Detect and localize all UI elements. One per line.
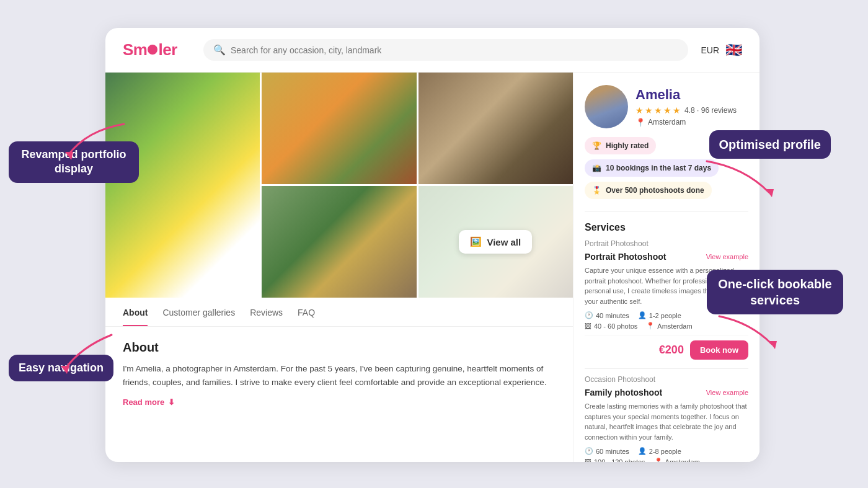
map-icon: 📍 [646,322,655,330]
read-more-label: Read more [123,397,164,407]
main-card: Smler 🔍 EUR 🇬🇧 [105,28,760,462]
camera-icon: 📸 [592,164,601,172]
service-footer-0: €200 Book now [585,335,748,360]
photographer-location: 📍 Amsterdam [636,118,737,127]
book-button-0[interactable]: Book now [690,340,748,360]
badge-text-0: Highly rated [606,141,649,150]
badge-photoshoots: 🎖️ Over 500 photoshoots done [585,182,712,199]
service-type-1: Occasion Photoshoot [585,375,748,384]
service-header-1: Family photoshoot View example [585,388,748,397]
tab-reviews[interactable]: Reviews [250,308,283,326]
callout-revamped: Revamped portfolio display [9,141,139,183]
trophy-icon: 🏆 [592,141,601,150]
photo-bottom-mid [262,186,416,298]
map-icon-1: 📍 [654,458,663,462]
service-people-0: 👤 1-2 people [638,311,681,319]
content-area: 🖼️ View all About Customer galleries Rev… [105,73,760,462]
service-name-1: Family photoshoot [585,388,662,397]
tab-about[interactable]: About [123,308,148,326]
about-body: I'm Amelia, a photographer in Amsterdam.… [123,362,556,389]
about-title: About [123,340,556,355]
service-name-0: Portrait Photoshoot [585,252,666,262]
view-example-link-0[interactable]: View example [706,253,748,260]
logo-dot [148,45,157,55]
search-input[interactable] [231,45,678,55]
callout-optimised: Optimised profile [709,130,831,159]
callout-easy-nav: Easy navigation [9,355,113,381]
location-pin-icon: 📍 [636,118,645,127]
service-meta-0b: 🖼 40 - 60 photos 📍 Amsterdam [585,322,748,330]
star-2: ★ [645,105,653,115]
services-title: Services [585,222,748,233]
view-all-label: View all [487,237,521,247]
service-meta-1b: 🖼 100 - 120 photos 📍 Amsterdam [585,458,748,462]
people-icon-1: 👤 [638,447,647,455]
badge-highly-rated: 🏆 Highly rated [585,137,656,154]
service-location-1: 📍 Amsterdam [654,458,700,462]
photo-icon-1: 🖼 [585,458,591,463]
star-4: ★ [663,105,671,115]
logo[interactable]: Smler [123,40,191,60]
star-1: ★ [636,105,644,115]
service-location-0: 📍 Amsterdam [646,322,692,330]
location-text: Amsterdam [648,118,686,126]
service-card-1: Occasion Photoshoot Family photoshoot Vi… [585,375,748,462]
star-3: ★ [654,105,662,115]
service-desc-1: Create lasting memories with a family ph… [585,401,748,442]
service-type-0: Portrait Photoshoot [585,239,748,248]
about-section: About I'm Amelia, a photographer in Amst… [105,327,573,420]
view-all-overlay[interactable]: 🖼️ View all [418,186,573,298]
rating-stars: ★ ★ ★ ★ ★ 4.8 · 96 reviews [636,105,737,115]
photo-large [105,73,260,298]
read-more-link[interactable]: Read more ⬇ [123,397,556,407]
gallery-icon: 🖼️ [470,236,482,247]
service-duration-1: 🕐 60 minutes [585,447,629,455]
badge-text-1: 10 bookings in the last 7 days [606,164,711,172]
service-price-0: €200 [659,344,684,357]
page-wrapper: Revamped portfolio display Optimised pro… [0,0,868,488]
photo-icon: 🖼 [585,322,591,330]
photographer-info: Amelia ★ ★ ★ ★ ★ 4.8 · 96 reviews [636,87,737,127]
medal-icon: 🎖️ [592,186,601,195]
avatar [585,85,628,128]
photo-grid: 🖼️ View all [105,73,573,298]
svg-marker-1 [766,189,774,197]
rating-value: 4.8 · 96 reviews [684,106,737,115]
search-icon: 🔍 [213,44,226,56]
language-flag[interactable]: 🇬🇧 [725,42,742,58]
badge-bookings: 📸 10 bookings in the last 7 days [585,159,719,177]
header-right: EUR 🇬🇧 [701,42,742,58]
photo-top-right [418,73,573,184]
people-icon: 👤 [638,311,647,319]
tab-faq[interactable]: FAQ [298,308,315,326]
callout-oneclick: One-click bookable services [707,270,843,314]
service-duration-0: 🕐 40 minutes [585,311,629,319]
chevron-down-icon: ⬇ [168,397,175,407]
photo-bottom-right: 🖼️ View all [418,186,573,298]
currency-selector[interactable]: EUR [701,45,719,55]
search-bar[interactable]: 🔍 [203,39,688,61]
service-meta-1: 🕐 60 minutes 👤 2-8 people [585,447,748,455]
clock-icon-1: 🕐 [585,447,593,455]
svg-marker-2 [769,341,777,349]
photographer-header: Amelia ★ ★ ★ ★ ★ 4.8 · 96 reviews [585,85,748,128]
photographer-name: Amelia [636,87,737,103]
service-photos-0: 🖼 40 - 60 photos [585,322,637,330]
view-all-button[interactable]: 🖼️ View all [459,230,532,254]
clock-icon: 🕐 [585,311,593,319]
avatar-image [585,85,628,128]
service-divider [585,368,748,369]
view-example-link-1[interactable]: View example [706,389,748,396]
header: Smler 🔍 EUR 🇬🇧 [105,28,760,73]
photo-top-mid [262,73,416,184]
services-section: Services Portrait Photoshoot Portrait Ph… [585,211,748,462]
service-header-0: Portrait Photoshoot View example [585,252,748,262]
tabs-nav: About Customer galleries Reviews FAQ [105,298,573,327]
left-section: 🖼️ View all About Customer galleries Rev… [105,73,574,462]
tab-customer-galleries[interactable]: Customer galleries [162,308,235,326]
badge-text-2: Over 500 photoshoots done [606,186,704,195]
service-photos-1: 🖼 100 - 120 photos [585,458,645,462]
star-5: ★ [673,105,681,115]
service-people-1: 👤 2-8 people [638,447,681,455]
